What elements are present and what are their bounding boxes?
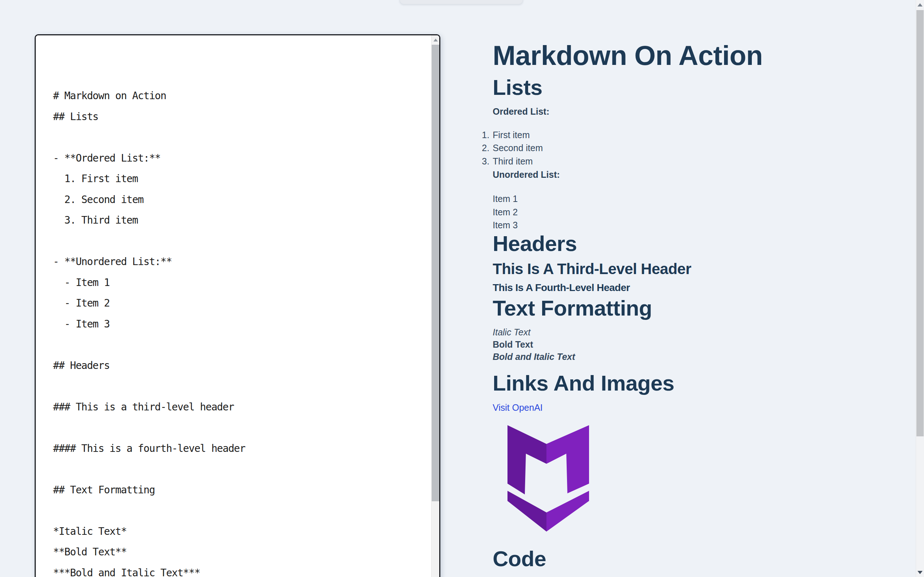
ordered-list-item: 3.Third item [493, 155, 911, 168]
markdown-editor-panel: # Markdown on Action ## Lists - **Ordere… [35, 34, 440, 577]
ordered-list-item: 1.First item [493, 128, 911, 142]
list-item-text: First item [493, 130, 530, 140]
code-heading: Code [493, 547, 911, 571]
list-item-text: Third item [493, 156, 533, 166]
markdown-source-textarea[interactable]: # Markdown on Action ## Lists - **Ordere… [36, 35, 432, 577]
logo-m-shape [507, 425, 589, 495]
editor-scrollbar-thumb[interactable] [432, 45, 439, 501]
preview-title: Markdown On Action [493, 40, 911, 71]
app-root: { "window": { "top_pill": "window-drag-p… [0, 0, 924, 577]
editor-scrollbar-up-button[interactable] [432, 35, 439, 45]
markdown-logo [507, 425, 590, 532]
page-scrollbar-up-button[interactable] [916, 0, 924, 10]
visit-openai-link[interactable]: Visit OpenAI [493, 403, 543, 413]
markdown-preview-panel: Markdown On Action Lists Ordered List: 1… [493, 0, 911, 571]
lists-heading: Lists [493, 76, 911, 100]
unordered-list: Item 1 Item 2 Item 3 [493, 192, 911, 232]
italic-text-sample: Italic Text [493, 326, 911, 338]
bold-text-sample: Bold Text [493, 338, 911, 351]
links-and-images-heading: Links And Images [493, 371, 911, 395]
list-marker: 1. [482, 128, 491, 142]
link-paragraph: Visit OpenAI [493, 402, 911, 413]
logo-down-chevron [507, 491, 589, 532]
scroll-up-arrow-icon [433, 39, 438, 42]
unordered-list-item: Item 3 [493, 219, 911, 232]
unordered-list-label: Unordered List: [493, 169, 911, 180]
scroll-down-arrow-icon [918, 571, 922, 574]
ordered-list-item: 2.Second item [493, 141, 911, 155]
bold-italic-text-sample: Bold and Italic Text [493, 351, 911, 363]
page-scrollbar-thumb[interactable] [916, 10, 924, 436]
ordered-list-label: Ordered List: [493, 106, 911, 117]
page-scrollbar[interactable] [916, 0, 924, 577]
unordered-list-item: Item 2 [493, 206, 911, 219]
unordered-list-item: Item 1 [493, 192, 911, 206]
list-marker: 3. [482, 155, 491, 168]
page-scrollbar-down-button[interactable] [916, 567, 924, 577]
editor-scrollbar[interactable] [431, 35, 439, 577]
third-level-header: This Is A Third-Level Header [493, 261, 911, 277]
list-marker: 2. [482, 141, 491, 155]
text-formatting-heading: Text Formatting [493, 297, 911, 320]
list-item-text: Second item [493, 143, 543, 153]
fourth-level-header: This Is A Fourth-Level Header [493, 282, 911, 293]
ordered-list: 1.First item 2.Second item 3.Third item [493, 128, 911, 168]
scroll-up-arrow-icon [918, 3, 922, 6]
headers-heading: Headers [493, 232, 911, 256]
